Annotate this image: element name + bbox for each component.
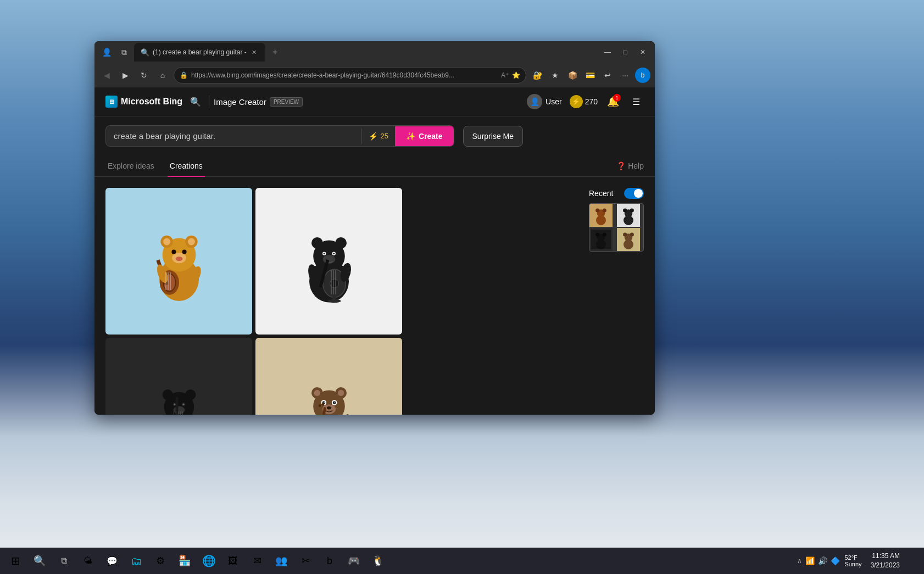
browser-window: 👤 ⧉ 🔍 (1) create a bear playing guitar -…: [94, 41, 655, 415]
image-creator-label: Image Creator: [214, 97, 266, 107]
home-button[interactable]: ⌂: [155, 68, 170, 83]
favorites-icon[interactable]: ★: [547, 68, 563, 83]
taskbar-widgets[interactable]: 🌤: [77, 550, 99, 572]
clock[interactable]: 11:35 AM 3/21/2023: [871, 551, 900, 570]
taskbar-store[interactable]: 🏪: [174, 550, 196, 572]
weather-condition: Sunny: [844, 561, 861, 567]
network-icon[interactable]: 📶: [805, 556, 815, 565]
help-link[interactable]: ❓ Help: [616, 161, 644, 170]
hamburger-menu[interactable]: ☰: [628, 94, 644, 109]
chevron-up-icon[interactable]: ∧: [797, 557, 802, 565]
svg-point-68: [334, 402, 335, 403]
image-card-3[interactable]: [105, 338, 252, 415]
preview-badge: PREVIEW: [270, 97, 303, 107]
browser-titlebar: 👤 ⧉ 🔍 (1) create a bear playing guitar -…: [94, 41, 655, 63]
image-card-2[interactable]: [255, 188, 402, 335]
back-button[interactable]: ◀: [99, 68, 114, 83]
svg-point-20: [311, 237, 323, 249]
recent-thumb-4[interactable]: [617, 228, 640, 251]
svg-point-9: [175, 257, 182, 261]
search-input-area[interactable]: create a bear playing guitar.: [106, 126, 361, 146]
image-card-1[interactable]: [105, 188, 252, 335]
address-bar[interactable]: 🔒 https://www.bing.com/images/create/cre…: [174, 67, 526, 83]
taskbar-extra1[interactable]: 🎮: [343, 550, 365, 572]
svg-point-97: [595, 232, 599, 236]
recent-label: Recent: [589, 189, 613, 198]
taskbar-edge[interactable]: 🌐: [198, 550, 220, 572]
taskbar-snip[interactable]: ✂: [294, 550, 316, 572]
user-info[interactable]: 👤 User: [527, 94, 562, 109]
search-icon[interactable]: 🔍: [187, 93, 204, 110]
taskbar-explorer[interactable]: 🗂: [125, 550, 147, 572]
forward-button[interactable]: ▶: [118, 68, 133, 83]
search-section: create a bear playing guitar. ⚡ 25 ✨ Cre…: [94, 116, 655, 155]
notification-badge: 1: [613, 94, 621, 102]
more-options[interactable]: ···: [617, 68, 633, 83]
taskbar-extra2[interactable]: 🐧: [367, 550, 389, 572]
maximize-button[interactable]: □: [617, 44, 633, 60]
refresh-button[interactable]: ↻: [136, 68, 152, 83]
recent-thumb-1[interactable]: [589, 204, 613, 227]
wallet-icon[interactable]: 💳: [582, 68, 598, 83]
volume-icon[interactable]: 🔊: [818, 556, 827, 565]
tab-explore-ideas[interactable]: Explore ideas: [105, 156, 157, 177]
taskbar-search[interactable]: 🔍: [29, 550, 51, 572]
taskbar-settings[interactable]: ⚙: [149, 550, 171, 572]
notification-button[interactable]: 🔔 1: [605, 94, 621, 109]
svg-point-69: [327, 406, 331, 409]
help-icon: ❓: [616, 161, 626, 170]
start-button[interactable]: ⊞: [4, 550, 26, 572]
edge-profile-button[interactable]: b: [635, 68, 650, 83]
taskbar-right: ∧ 📶 🔊 🔷 52°F Sunny 11:35 AM 3/21/2023: [797, 550, 920, 572]
svg-point-21: [335, 237, 347, 249]
weather-info[interactable]: 52°F Sunny: [844, 554, 861, 567]
taskbar-mail[interactable]: ✉: [246, 550, 268, 572]
extension-icon[interactable]: 🔐: [530, 68, 545, 83]
recent-toggle[interactable]: [624, 188, 644, 199]
close-button[interactable]: ✕: [635, 44, 650, 60]
image-grid: [105, 188, 402, 415]
coin-icon: ⚡: [570, 95, 583, 108]
svg-point-96: [596, 239, 606, 249]
svg-point-41: [173, 406, 185, 414]
reload-icon[interactable]: ↩: [600, 68, 615, 83]
tab-close-button[interactable]: ✕: [250, 48, 259, 57]
coin-count[interactable]: ⚡ 270: [570, 95, 598, 108]
taskbar-teams[interactable]: 👥: [270, 550, 292, 572]
svg-point-26: [333, 253, 335, 254]
tab-creations[interactable]: Creations: [168, 156, 205, 177]
surprise-me-button[interactable]: Surprise Me: [463, 126, 523, 147]
svg-point-36: [327, 299, 341, 302]
browser-tab-active[interactable]: 🔍 (1) create a bear playing guitar - ✕: [134, 43, 265, 62]
bing-logo[interactable]: ⊞ Microsoft Bing: [105, 96, 182, 108]
page-content: ⊞ Microsoft Bing 🔍 Image Creator PREVIEW…: [94, 87, 655, 415]
taskbar-bing[interactable]: b: [319, 550, 341, 572]
svg-point-61: [338, 389, 344, 395]
bluetooth-icon[interactable]: 🔷: [831, 556, 840, 565]
tabs-section: Explore ideas Creations ❓ Help: [94, 155, 655, 177]
recent-thumb-2[interactable]: [617, 204, 640, 227]
image-card-4[interactable]: [255, 338, 402, 415]
taskbar-taskview[interactable]: ⧉: [53, 550, 75, 572]
taskbar-photos[interactable]: 🖼: [222, 550, 244, 572]
svg-point-75: [321, 403, 324, 405]
svg-point-44: [174, 403, 175, 405]
help-label: Help: [628, 161, 644, 170]
svg-point-24: [323, 253, 325, 254]
tab-list-button[interactable]: ⧉: [116, 44, 132, 60]
recent-thumb-3[interactable]: [589, 228, 613, 251]
boost-icon: ⚡: [369, 132, 378, 141]
create-button[interactable]: ✨ Create: [395, 126, 454, 146]
bear-image-2: [255, 188, 402, 335]
minimize-button[interactable]: —: [600, 44, 615, 60]
taskbar-chat[interactable]: 💬: [101, 550, 123, 572]
collections-icon[interactable]: 📦: [565, 68, 580, 83]
browser-toolbar: ◀ ▶ ↻ ⌂ 🔒 https://www.bing.com/images/cr…: [94, 63, 655, 87]
boost-count: 25: [380, 132, 388, 140]
browser-profile-icon[interactable]: 👤: [99, 44, 114, 60]
new-tab-button[interactable]: +: [268, 44, 283, 60]
svg-point-92: [623, 208, 627, 212]
recent-thumbnails: [589, 203, 644, 252]
svg-point-87: [595, 208, 599, 212]
show-desktop[interactable]: [904, 550, 920, 572]
